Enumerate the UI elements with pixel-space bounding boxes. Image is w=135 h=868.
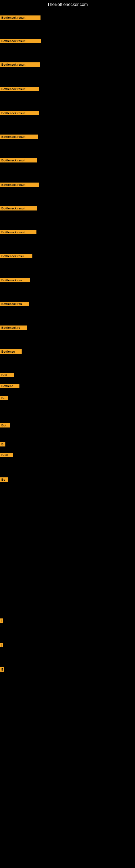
badge-1: Bottleneck result: [0, 16, 41, 20]
badge-18: Bo: [0, 396, 8, 400]
badge-20: B: [0, 442, 5, 446]
badge-6: Bottleneck result: [0, 134, 38, 139]
badge-9: Bottleneck result: [0, 206, 37, 211]
site-title: TheBottlenecker.com: [0, 0, 135, 9]
badge-13: Bottleneck res: [0, 302, 29, 306]
badge-19: Bot: [0, 423, 10, 428]
badge-16: Bott: [0, 373, 14, 377]
badge-22: Bo: [0, 477, 8, 482]
badge-24: |: [0, 643, 3, 647]
badge-5: Bottleneck result: [0, 111, 39, 115]
badge-8: Bottleneck result: [0, 183, 39, 187]
badge-3: Bottleneck result: [0, 62, 40, 67]
badge-25: E: [0, 667, 4, 672]
badge-21: Bottl: [0, 453, 13, 457]
badge-15: Bottlenec: [0, 349, 21, 354]
badge-23: |: [0, 618, 3, 623]
badge-12: Bottleneck res: [0, 278, 30, 282]
badge-11: Bottleneck resu: [0, 254, 32, 258]
badge-14: Bottleneck re: [0, 326, 27, 330]
badge-2: Bottleneck result: [0, 39, 41, 43]
badge-4: Bottleneck result: [0, 87, 39, 91]
site-title-text: TheBottlenecker.com: [47, 2, 88, 7]
badge-17: Bottlene: [0, 384, 19, 388]
badge-10: Bottleneck result: [0, 230, 37, 235]
badge-7: Bottleneck result: [0, 158, 37, 162]
